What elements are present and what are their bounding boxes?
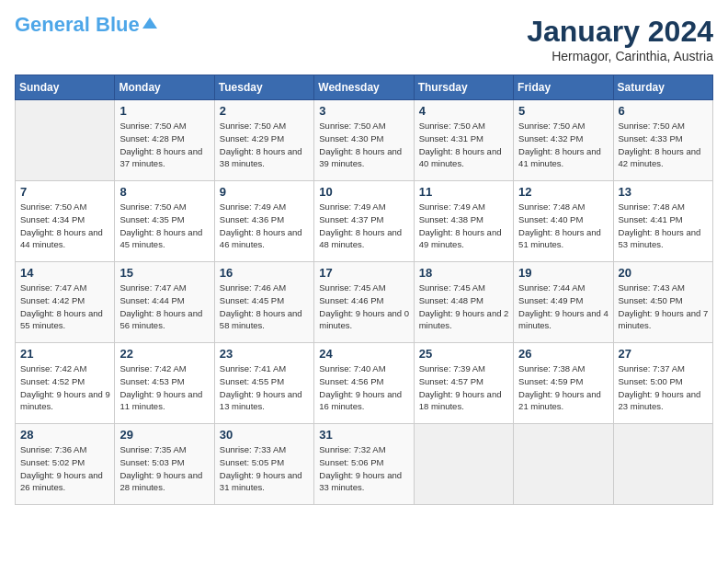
sunrise-text: Sunrise: 7:39 AM — [419, 363, 485, 373]
sunrise-text: Sunrise: 7:47 AM — [119, 282, 186, 293]
day-info: Sunrise: 7:42 AM Sunset: 4:53 PM Dayligh… — [119, 362, 210, 413]
sunrise-text: Sunrise: 7:36 AM — [20, 444, 86, 454]
daylight-text: Daylight: 8 hours and 48 minutes. — [319, 227, 402, 250]
day-number: 23 — [220, 347, 310, 361]
daylight-text: Daylight: 8 hours and 38 minutes. — [220, 146, 302, 169]
day-info: Sunrise: 7:39 AM Sunset: 4:57 PM Dayligh… — [419, 362, 509, 413]
daylight-text: Daylight: 8 hours and 45 minutes. — [119, 227, 202, 250]
day-info: Sunrise: 7:50 AM Sunset: 4:32 PM Dayligh… — [518, 120, 609, 170]
day-info: Sunrise: 7:37 AM Sunset: 5:00 PM Dayligh… — [619, 362, 709, 413]
calendar-cell: 14 Sunrise: 7:47 AM Sunset: 4:42 PM Dayl… — [16, 262, 115, 343]
sunset-text: Sunset: 4:45 PM — [220, 295, 284, 305]
daylight-text: Daylight: 9 hours and 11 minutes. — [119, 389, 202, 412]
day-info: Sunrise: 7:40 AM Sunset: 4:56 PM Dayligh… — [319, 362, 409, 413]
daylight-text: Daylight: 8 hours and 56 minutes. — [119, 308, 202, 331]
day-info: Sunrise: 7:50 AM Sunset: 4:31 PM Dayligh… — [419, 120, 509, 170]
sunrise-text: Sunrise: 7:41 AM — [220, 363, 286, 373]
sunrise-text: Sunrise: 7:47 AM — [20, 282, 86, 293]
calendar-cell: 6 Sunrise: 7:50 AM Sunset: 4:33 PM Dayli… — [613, 100, 712, 181]
day-number: 12 — [518, 185, 609, 199]
sunset-text: Sunset: 4:34 PM — [20, 214, 85, 224]
calendar-cell: 19 Sunrise: 7:44 AM Sunset: 4:49 PM Dayl… — [514, 262, 613, 343]
calendar-cell: 31 Sunrise: 7:32 AM Sunset: 5:06 PM Dayl… — [314, 424, 414, 505]
day-number: 22 — [119, 347, 210, 361]
location: Hermagor, Carinthia, Austria — [527, 49, 713, 63]
day-info: Sunrise: 7:47 AM Sunset: 4:44 PM Dayligh… — [119, 282, 210, 332]
weekday-header-wednesday: Wednesday — [314, 75, 414, 100]
day-number: 29 — [119, 428, 210, 442]
day-number: 27 — [619, 347, 709, 361]
calendar-cell: 16 Sunrise: 7:46 AM Sunset: 4:45 PM Dayl… — [214, 262, 313, 343]
day-number: 10 — [319, 185, 409, 199]
day-number: 26 — [518, 347, 609, 361]
sunset-text: Sunset: 5:02 PM — [20, 457, 85, 467]
day-number: 1 — [119, 104, 210, 118]
calendar-cell — [514, 424, 613, 505]
calendar-cell: 23 Sunrise: 7:41 AM Sunset: 4:55 PM Dayl… — [214, 343, 313, 424]
calendar-cell: 22 Sunrise: 7:42 AM Sunset: 4:53 PM Dayl… — [115, 343, 214, 424]
day-info: Sunrise: 7:32 AM Sunset: 5:06 PM Dayligh… — [319, 443, 409, 494]
daylight-text: Daylight: 9 hours and 26 minutes. — [20, 470, 103, 493]
day-info: Sunrise: 7:42 AM Sunset: 4:52 PM Dayligh… — [20, 362, 110, 413]
daylight-text: Daylight: 8 hours and 42 minutes. — [619, 146, 701, 169]
daylight-text: Daylight: 9 hours and 21 minutes. — [518, 389, 601, 412]
sunrise-text: Sunrise: 7:50 AM — [419, 121, 485, 131]
sunrise-text: Sunrise: 7:46 AM — [220, 282, 286, 293]
sunset-text: Sunset: 4:57 PM — [419, 376, 483, 386]
day-number: 4 — [419, 104, 509, 118]
calendar-cell: 7 Sunrise: 7:50 AM Sunset: 4:34 PM Dayli… — [16, 181, 115, 262]
sunrise-text: Sunrise: 7:49 AM — [419, 201, 485, 212]
calendar-cell: 30 Sunrise: 7:33 AM Sunset: 5:05 PM Dayl… — [214, 424, 313, 505]
sunset-text: Sunset: 4:52 PM — [20, 376, 85, 386]
day-info: Sunrise: 7:49 AM Sunset: 4:37 PM Dayligh… — [319, 201, 409, 251]
day-number: 18 — [419, 266, 509, 280]
calendar-cell: 17 Sunrise: 7:45 AM Sunset: 4:46 PM Dayl… — [314, 262, 414, 343]
calendar-cell — [613, 424, 712, 505]
sunset-text: Sunset: 5:03 PM — [119, 457, 184, 467]
day-info: Sunrise: 7:48 AM Sunset: 4:40 PM Dayligh… — [518, 201, 609, 251]
sunset-text: Sunset: 4:53 PM — [119, 376, 184, 386]
sunrise-text: Sunrise: 7:48 AM — [518, 201, 585, 212]
day-number: 8 — [119, 185, 210, 199]
sunset-text: Sunset: 4:35 PM — [119, 214, 184, 224]
daylight-text: Daylight: 8 hours and 37 minutes. — [119, 146, 202, 169]
day-info: Sunrise: 7:38 AM Sunset: 4:59 PM Dayligh… — [518, 362, 609, 413]
day-info: Sunrise: 7:50 AM Sunset: 4:28 PM Dayligh… — [119, 120, 210, 170]
day-number: 9 — [220, 185, 310, 199]
day-number: 19 — [518, 266, 609, 280]
daylight-text: Daylight: 9 hours and 4 minutes. — [518, 308, 609, 331]
calendar-cell: 10 Sunrise: 7:49 AM Sunset: 4:37 PM Dayl… — [314, 181, 414, 262]
logo: General Blue — [15, 15, 157, 35]
calendar-cell: 1 Sunrise: 7:50 AM Sunset: 4:28 PM Dayli… — [115, 100, 214, 181]
weekday-header-saturday: Saturday — [613, 75, 712, 100]
day-number: 25 — [419, 347, 509, 361]
day-number: 24 — [319, 347, 409, 361]
sunrise-text: Sunrise: 7:48 AM — [619, 201, 685, 212]
day-number: 11 — [419, 185, 509, 199]
sunset-text: Sunset: 4:36 PM — [220, 214, 284, 224]
sunrise-text: Sunrise: 7:42 AM — [20, 363, 86, 373]
daylight-text: Daylight: 9 hours and 18 minutes. — [419, 389, 502, 412]
calendar-cell: 4 Sunrise: 7:50 AM Sunset: 4:31 PM Dayli… — [414, 100, 513, 181]
month-title: January 2024 — [527, 15, 713, 49]
calendar-cell: 28 Sunrise: 7:36 AM Sunset: 5:02 PM Dayl… — [16, 424, 115, 505]
daylight-text: Daylight: 8 hours and 58 minutes. — [220, 308, 302, 331]
calendar-cell: 13 Sunrise: 7:48 AM Sunset: 4:41 PM Dayl… — [613, 181, 712, 262]
day-number: 31 — [319, 428, 409, 442]
weekday-header-monday: Monday — [115, 75, 214, 100]
sunrise-text: Sunrise: 7:50 AM — [119, 201, 186, 212]
day-number: 30 — [220, 428, 310, 442]
daylight-text: Daylight: 8 hours and 39 minutes. — [319, 146, 402, 169]
sunrise-text: Sunrise: 7:45 AM — [419, 282, 485, 293]
title-block: January 2024 Hermagor, Carinthia, Austri… — [527, 15, 713, 63]
day-info: Sunrise: 7:50 AM Sunset: 4:33 PM Dayligh… — [619, 120, 709, 170]
weekday-header-thursday: Thursday — [414, 75, 513, 100]
calendar-cell: 27 Sunrise: 7:37 AM Sunset: 5:00 PM Dayl… — [613, 343, 712, 424]
day-info: Sunrise: 7:49 AM Sunset: 4:38 PM Dayligh… — [419, 201, 509, 251]
calendar-cell: 26 Sunrise: 7:38 AM Sunset: 4:59 PM Dayl… — [514, 343, 613, 424]
sunset-text: Sunset: 4:48 PM — [419, 295, 483, 305]
day-info: Sunrise: 7:44 AM Sunset: 4:49 PM Dayligh… — [518, 282, 609, 332]
daylight-text: Daylight: 8 hours and 40 minutes. — [419, 146, 502, 169]
day-number: 14 — [20, 266, 110, 280]
svg-marker-0 — [142, 17, 157, 29]
